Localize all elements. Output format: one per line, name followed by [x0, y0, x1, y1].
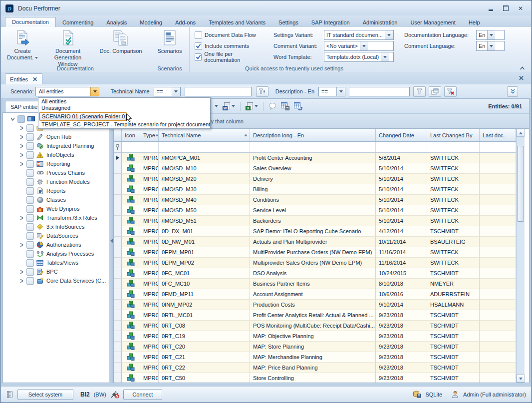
export-word-button[interactable]: W: [222, 101, 236, 111]
table-row[interactable]: MPRO /IMO/SD_M40 Conditions 5/10/2014 SW…: [114, 195, 516, 205]
dropdown-item-scenario-01-scenario-folder-01[interactable]: SCENARIO 01 (Scenario Folder 01): [39, 112, 127, 121]
tree-item-process-chains[interactable]: Process Chains: [3, 168, 109, 177]
column-header-icon[interactable]: Icon: [122, 129, 140, 141]
table-row[interactable]: MPRO 0FC_MC01 DSO Analysis 10/24/2015 TS…: [114, 268, 516, 279]
scenario-dropdown-button[interactable]: [90, 87, 99, 96]
toolbar-dropdown-caret-icon[interactable]: [214, 104, 219, 108]
expand-filter-panel-button[interactable]: [507, 86, 518, 97]
column-header-technical-name[interactable]: Technical Name: [159, 129, 250, 141]
menu-tab-analysis[interactable]: Analysis: [100, 17, 133, 27]
expand-chevron-icon[interactable]: [18, 135, 25, 139]
filter-cell-icon[interactable]: [122, 142, 140, 152]
tab-entities[interactable]: Entities ✕: [5, 73, 42, 84]
tree-checkbox[interactable]: [26, 232, 34, 240]
tree-checkbox[interactable]: [26, 241, 34, 249]
tree-checkbox[interactable]: [26, 277, 34, 285]
menu-tab-administration[interactable]: Administration: [356, 17, 404, 27]
expand-chevron-icon[interactable]: [18, 126, 25, 130]
dropdown-item-unassigned[interactable]: Unassigned: [38, 105, 210, 111]
save-layout-icon[interactable]: [280, 101, 290, 111]
tree-item-open-hub[interactable]: Open Hub: [3, 132, 109, 141]
table-row[interactable]: MPRO /IMO/SD_M30 Billing 5/10/2014 SWITT…: [114, 184, 516, 195]
titlebar[interactable]: D Docu Performer ✕: [1, 1, 531, 16]
create-document-button[interactable]: Create Document.: [3, 28, 42, 62]
close-panel-icon[interactable]: ✕: [519, 74, 524, 82]
tree-checkbox[interactable]: [26, 205, 34, 213]
expand-chevron-icon[interactable]: [18, 270, 25, 274]
column-header-type[interactable]: Type: [140, 129, 159, 141]
table-row[interactable]: MPRO 0RT_C08 POS Monitoring (MultiCube: …: [114, 321, 516, 331]
table-row[interactable]: MPRO /IMO/PCA_M01 Profit Center Accounti…: [114, 153, 516, 163]
filter-icon[interactable]: [413, 86, 426, 97]
user-label[interactable]: Admin (Full administrator): [463, 392, 526, 398]
tree-item-web-dynpros[interactable]: Web Dynpros: [3, 204, 109, 213]
table-row[interactable]: MPRO 0FC_MC10 Business Partner Items 8/1…: [114, 279, 516, 289]
filter-cell-type[interactable]: [140, 142, 159, 152]
tree-checkbox[interactable]: [26, 160, 34, 168]
tree-item-bpc[interactable]: BPC: [3, 267, 109, 276]
tree-checkbox[interactable]: [26, 214, 34, 222]
dropdown-caret-icon[interactable]: [487, 30, 495, 39]
table-row[interactable]: MPRO 0EPM_MP02 Multiprovider Sales Order…: [114, 258, 516, 268]
menu-tab-documentation[interactable]: Documentation: [5, 17, 56, 27]
table-row[interactable]: MPRO 0RT_C22 MAP: Price Band Planning 9/…: [114, 363, 516, 373]
minimize-button[interactable]: [484, 4, 497, 12]
scroll-up-icon[interactable]: [517, 129, 525, 137]
tree-checkbox[interactable]: [26, 142, 34, 150]
table-row[interactable]: MPRO /IMO/SD_M51 Backorders 5/10/2014 SW…: [114, 216, 516, 226]
select-box-documentation-language[interactable]: En: [476, 30, 505, 40]
database-label[interactable]: SQLite: [425, 392, 442, 398]
tree-item-reports[interactable]: Reports: [3, 186, 109, 195]
tree-item-transform-3-x-rules[interactable]: Transform./3.x Rules: [3, 213, 109, 222]
ribbon-collapse-button[interactable]: [520, 66, 525, 70]
dropdown-item-all-entities[interactable]: All entities: [38, 98, 210, 105]
select-box-settings-variant[interactable]: IT standard documen...: [324, 30, 394, 40]
scenario-combo[interactable]: All entities: [35, 87, 99, 96]
tree-item-authorizations[interactable]: Authorizations: [3, 240, 109, 249]
tree-checkbox[interactable]: [26, 250, 34, 258]
dropdown-item-template-sc-project-template-scenario-for-project-documentation[interactable]: TEMPLATE_SC_PROJECT - Template scenario …: [38, 121, 210, 128]
description-filter-input[interactable]: [349, 87, 410, 96]
grid-filter-row[interactable]: [114, 142, 516, 153]
tree-item-datasources[interactable]: DataSources: [3, 231, 109, 240]
dropdown-caret-icon[interactable]: [381, 52, 389, 61]
table-row[interactable]: MPRO 0RT_C50 Store Controlling 9/23/2018…: [114, 373, 516, 383]
tree-item-analysis-processes[interactable]: Analysis Processes: [3, 249, 109, 258]
menu-tab-user-management[interactable]: User Management: [404, 17, 462, 27]
tree-item-reporting[interactable]: Reporting: [3, 159, 109, 168]
tree-checkbox[interactable]: [26, 178, 34, 186]
tree-checkbox[interactable]: [26, 223, 34, 231]
close-tab-icon[interactable]: ✕: [32, 76, 37, 83]
document-generation-window-button[interactable]: Document Generation Window: [42, 28, 94, 69]
expand-chevron-icon[interactable]: [18, 144, 25, 148]
scrollbar-thumb[interactable]: [517, 146, 524, 222]
table-row[interactable]: MPRO 0RT_C20 MAP: Store Planning 9/23/20…: [114, 342, 516, 352]
tree-checkbox[interactable]: [26, 268, 34, 276]
column-header-last-changed-by[interactable]: Last Changed By: [427, 129, 480, 141]
menu-tab-templates-and-variants[interactable]: Templates and Variants: [202, 17, 272, 27]
menu-tab-commenting[interactable]: Commenting: [56, 17, 100, 27]
select-box-comment-variant[interactable]: <No variant>: [324, 41, 394, 51]
tree-item-core-data-services-c[interactable]: Core Data Services (C...: [3, 276, 109, 285]
table-row[interactable]: MPRO 0D_NW_M01 Actuals and Plan Multipro…: [114, 237, 516, 247]
doc-comparison-button[interactable]: Doc. Comparison: [94, 28, 148, 56]
menu-tab-add-ons[interactable]: Add-ons: [169, 17, 202, 27]
close-button[interactable]: ✕: [514, 4, 527, 12]
tree-checkbox[interactable]: [26, 259, 34, 267]
dropdown-caret-icon[interactable]: [360, 41, 368, 50]
filter-cell-changed-date[interactable]: [376, 142, 427, 152]
panel-splitter[interactable]: [109, 98, 113, 383]
table-row[interactable]: MPRO /IMO/SD_M10 Sales Overview 5/10/201…: [114, 163, 516, 174]
expand-chevron-icon[interactable]: [18, 216, 25, 220]
tree-item-integrated-planning[interactable]: Integrated Planning: [3, 141, 109, 150]
table-row[interactable]: MPRO 0FMD_MP11 Account Assignment 10/6/2…: [114, 289, 516, 300]
tree-checkbox[interactable]: [17, 115, 25, 123]
tree-item-tables-views[interactable]: Tables/Views: [3, 258, 109, 267]
tree-checkbox[interactable]: [26, 124, 34, 132]
scroll-down-icon[interactable]: [517, 375, 525, 383]
comment-icon[interactable]: [267, 101, 277, 111]
tree-checkbox[interactable]: [26, 169, 34, 177]
tree-item-infoobjects[interactable]: InfoObjects: [3, 150, 109, 159]
load-layout-icon[interactable]: [293, 101, 303, 111]
filter-cell-last-changed-by[interactable]: [427, 142, 480, 152]
